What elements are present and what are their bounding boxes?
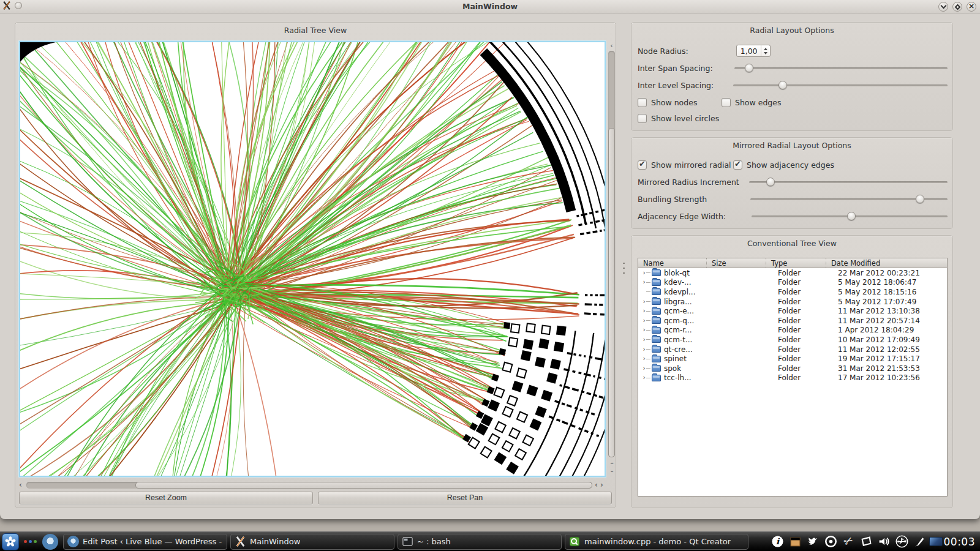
tree-row[interactable]: ›tcc-lh...Folder17 Mar 2012 10:23:56 xyxy=(638,373,947,383)
tree-row[interactable]: ›qcm-r...Folder1 Apr 2012 18:04:29 xyxy=(638,326,947,335)
tree-row[interactable]: ›qcm-t...Folder10 Mar 2012 17:09:49 xyxy=(638,335,947,345)
row-type: Folder xyxy=(772,345,832,354)
brush-tray-icon[interactable] xyxy=(913,534,927,549)
taskbar-task[interactable]: ~ : bash xyxy=(398,534,562,550)
tree-row[interactable]: ›libgra...Folder5 May 2012 17:07:49 xyxy=(638,297,947,307)
slider-handle[interactable] xyxy=(847,212,856,220)
tree-row[interactable]: ›qt-cre...Folder11 Mar 2012 12:02:55 xyxy=(638,345,947,354)
slider-handle[interactable] xyxy=(766,178,775,186)
folder-icon xyxy=(652,327,661,334)
show-mirrored-radial-checkbox[interactable]: Show mirrored radial xyxy=(638,160,733,170)
expander-icon[interactable]: › xyxy=(638,279,646,286)
close-button[interactable]: × xyxy=(967,2,976,12)
node-radius-spinbox[interactable]: 1,00 xyxy=(736,45,771,57)
slider-handle[interactable] xyxy=(916,195,924,203)
volume-tray-icon[interactable] xyxy=(877,534,891,549)
folder-icon xyxy=(652,336,661,343)
title-bar[interactable]: MainWindow × xyxy=(0,0,980,13)
row-date: 11 Mar 2012 20:57:14 xyxy=(832,317,947,325)
slider-handle[interactable] xyxy=(745,64,753,72)
column-header-name[interactable]: Name xyxy=(638,258,707,268)
row-name: qt-cre... xyxy=(664,345,713,354)
tree-row[interactable]: ›spokFolder31 Mar 2012 21:53:53 xyxy=(638,364,947,373)
twitter-tray-icon[interactable] xyxy=(806,534,820,549)
splitter-handle[interactable] xyxy=(620,22,628,508)
slider-handle[interactable] xyxy=(778,81,787,89)
mirrored-options-title: Mirrored Radial Layout Options xyxy=(631,138,952,150)
minimize-button[interactable] xyxy=(938,2,948,12)
scroll-left2-icon[interactable]: ‹ xyxy=(595,481,598,490)
reset-pan-button[interactable]: Reset Pan xyxy=(318,492,612,504)
row-type: Folder xyxy=(772,288,832,296)
expander-icon[interactable]: › xyxy=(638,346,646,353)
tree-header[interactable]: Name Size Type Date Modified xyxy=(638,258,947,268)
radial-tree-canvas[interactable] xyxy=(19,41,606,477)
monitor-tray-icon[interactable] xyxy=(929,537,943,546)
tree-row[interactable]: ›qcm-e...Folder11 Mar 2012 13:10:38 xyxy=(638,306,947,316)
tree-row[interactable]: ›kdev-...Folder5 May 2012 18:06:47 xyxy=(638,278,947,288)
folder-icon xyxy=(652,375,661,381)
show-level-circles-checkbox[interactable]: Show level circles xyxy=(638,114,719,123)
scroll-right-icon[interactable]: › xyxy=(600,481,603,490)
kde-launcher-icon[interactable] xyxy=(2,533,19,550)
taskbar-task[interactable]: Edit Post ‹ Live Blue — WordPress - Chro… xyxy=(63,534,227,550)
expander-icon[interactable]: › xyxy=(638,326,646,334)
adjacency-edge-width-slider[interactable] xyxy=(752,211,948,222)
task-label: MainWindow xyxy=(250,537,300,546)
expander-icon[interactable]: › xyxy=(638,269,646,277)
tree-row[interactable]: ›spinetFolder19 Mar 2012 17:15:17 xyxy=(638,354,947,364)
pager-dot-red[interactable] xyxy=(24,540,27,543)
expander-icon[interactable]: › xyxy=(638,336,646,343)
row-date: 10 Mar 2012 17:09:49 xyxy=(832,335,947,344)
info-tray-icon[interactable]: i xyxy=(771,534,785,549)
spin-down-icon[interactable] xyxy=(764,52,767,54)
expander-icon[interactable]: › xyxy=(638,317,646,324)
reset-zoom-button[interactable]: Reset Zoom xyxy=(19,492,313,504)
inter-level-slider[interactable] xyxy=(733,80,948,91)
radial-options-title: Radial Layout Options xyxy=(631,23,952,35)
spin-up-icon[interactable] xyxy=(764,48,767,50)
main-window: MainWindow × Radial Tree View ‹ ‹ › ‹ ‹ … xyxy=(0,0,980,519)
package-tray-icon[interactable] xyxy=(788,534,802,549)
column-header-type[interactable]: Type xyxy=(766,258,826,268)
system-tray: i✂ xyxy=(771,534,927,549)
scissors-tray-icon[interactable]: ✂ xyxy=(842,534,856,549)
show-edges-checkbox[interactable]: Show edges xyxy=(722,98,781,107)
taskbar-task[interactable]: MainWindow xyxy=(230,534,394,550)
tree-row[interactable]: ›qcm-q...Folder11 Mar 2012 20:57:14 xyxy=(638,316,947,326)
vertical-scrollbar[interactable]: ‹ ‹ › xyxy=(607,42,616,476)
show-nodes-checkbox[interactable]: Show nodes xyxy=(638,98,722,107)
scroll-down-icon[interactable]: › xyxy=(608,467,616,476)
horizontal-scroll-thumb[interactable] xyxy=(135,482,592,489)
mirrored-radius-slider[interactable] xyxy=(749,176,948,187)
scroll-left-icon[interactable]: ‹ xyxy=(19,481,22,490)
pager-dot-green[interactable] xyxy=(34,540,37,543)
expander-icon[interactable]: › xyxy=(638,365,646,372)
tree-row[interactable]: ›blok-qtFolder22 Mar 2012 00:23:21 xyxy=(638,268,947,278)
expander-icon[interactable]: › xyxy=(638,307,646,315)
record-tray-icon[interactable] xyxy=(824,534,838,549)
show-adjacency-edges-checkbox[interactable]: Show adjacency edges xyxy=(733,160,834,170)
taskbar-task[interactable]: mainwindow.cpp - demo - Qt Creator xyxy=(565,534,748,550)
tree-table[interactable]: Name Size Type Date Modified ›blok-qtFol… xyxy=(638,258,948,497)
column-header-size[interactable]: Size xyxy=(707,258,766,268)
maximize-button[interactable] xyxy=(952,2,962,12)
branch-line xyxy=(646,330,650,331)
chromium-launcher-icon[interactable] xyxy=(42,534,58,550)
tree-row[interactable]: kdevpl...Folder5 May 2012 18:15:16 xyxy=(638,287,947,297)
bundling-strength-slider[interactable] xyxy=(750,193,948,204)
display-tray-icon[interactable] xyxy=(859,534,873,549)
horizontal-scrollbar[interactable]: ‹ ‹ › xyxy=(19,481,606,490)
usb-tray-icon[interactable] xyxy=(895,534,909,549)
desktop-pager[interactable] xyxy=(24,540,37,543)
pager-dot-blue[interactable] xyxy=(29,540,32,543)
pin-icon[interactable] xyxy=(15,2,22,9)
branch-line xyxy=(646,368,650,369)
inter-span-slider[interactable] xyxy=(734,62,948,73)
vertical-scroll-thumb[interactable] xyxy=(608,128,615,457)
expander-icon[interactable]: › xyxy=(638,374,646,381)
scroll-up-icon[interactable]: ‹ xyxy=(607,42,616,50)
expander-icon[interactable]: › xyxy=(638,355,646,362)
column-header-date[interactable]: Date Modified xyxy=(826,258,947,268)
expander-icon[interactable]: › xyxy=(638,298,646,305)
